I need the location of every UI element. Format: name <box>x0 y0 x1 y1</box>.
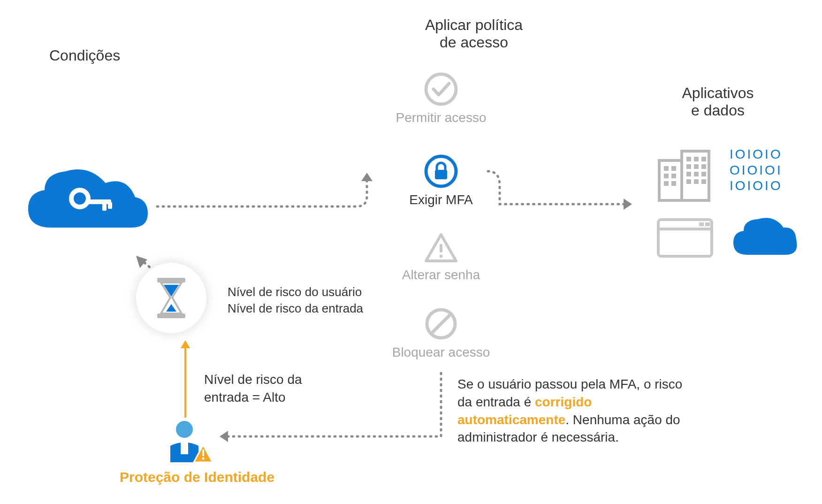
identity-protection-label: Proteção de Identidade <box>120 469 274 485</box>
svg-rect-21 <box>701 157 706 161</box>
svg-rect-14 <box>671 166 676 171</box>
block-access-label: Bloquear acesso <box>385 345 497 360</box>
cloud-key-icon <box>19 162 150 246</box>
svg-rect-27 <box>701 172 706 176</box>
apps-heading-line2: e dados <box>691 102 745 119</box>
svg-rect-22 <box>686 164 691 169</box>
warning-triangle-icon <box>422 230 460 267</box>
svg-rect-11 <box>659 160 682 200</box>
svg-rect-18 <box>671 181 676 186</box>
binary-line1: IOIOIO <box>730 147 783 161</box>
arrow-mfa-to-apps <box>486 160 645 216</box>
svg-rect-15 <box>664 174 669 178</box>
container-icon <box>655 216 715 263</box>
allow-access-label: Permitir acesso <box>389 110 493 125</box>
svg-point-38 <box>176 421 193 438</box>
svg-rect-34 <box>705 222 710 226</box>
svg-rect-20 <box>694 157 699 161</box>
require-mfa-label: Exigir MFA <box>389 192 493 207</box>
user-risk-label: Nível de risco do usuário <box>228 285 362 299</box>
arrow-idp-up <box>178 338 192 422</box>
block-circle-icon <box>422 305 460 343</box>
svg-point-8 <box>440 255 443 258</box>
svg-rect-40 <box>202 450 204 456</box>
buildings-icon <box>655 145 715 206</box>
apps-heading: Aplicativos e dados <box>652 84 784 119</box>
binary-line3: IOIOIO <box>730 178 783 193</box>
svg-rect-3 <box>108 202 112 209</box>
binary-line2: OIOIOI <box>730 163 783 177</box>
svg-rect-19 <box>686 157 691 161</box>
svg-rect-1 <box>85 199 111 204</box>
svg-rect-6 <box>435 170 447 179</box>
lock-circle-icon <box>422 153 460 190</box>
policy-heading: Aplicar política de acesso <box>389 16 558 51</box>
svg-rect-23 <box>694 164 699 169</box>
arrow-cloud-to-policy <box>155 160 385 216</box>
svg-rect-33 <box>699 222 704 226</box>
svg-point-41 <box>202 458 205 460</box>
change-password-label: Alterar senha <box>389 267 493 283</box>
svg-rect-39 <box>181 442 188 454</box>
svg-rect-26 <box>694 172 699 176</box>
svg-rect-13 <box>664 166 669 171</box>
policy-heading-line1: Aplicar política <box>425 16 523 33</box>
remediation-explanation: Se o usuário passou pela MFA, o risco da… <box>457 375 692 446</box>
policy-heading-line2: de acesso <box>440 34 508 51</box>
svg-rect-29 <box>694 179 699 184</box>
svg-point-4 <box>426 74 456 104</box>
cloud-small-icon <box>730 214 800 265</box>
svg-rect-17 <box>664 181 669 186</box>
svg-rect-2 <box>102 202 107 211</box>
risk-levels-label: Nível de risco do usuário Nível de risco… <box>228 284 363 317</box>
signin-risk-label: Nível de risco da entrada <box>228 301 363 315</box>
svg-rect-16 <box>671 174 676 178</box>
arrow-policy-to-user <box>211 371 450 451</box>
svg-rect-30 <box>701 179 706 184</box>
conditions-heading: Condições <box>49 47 120 64</box>
check-circle-icon <box>422 70 460 108</box>
binary-data-icon: IOIOIO OIOIOI IOIOIO <box>730 146 783 194</box>
svg-rect-24 <box>701 164 706 169</box>
svg-rect-25 <box>686 172 691 176</box>
apps-heading-line1: Aplicativos <box>682 84 754 101</box>
svg-line-10 <box>432 314 450 333</box>
svg-rect-28 <box>686 179 691 184</box>
svg-rect-7 <box>440 244 442 252</box>
hourglass-icon <box>155 277 188 319</box>
user-warning-icon <box>162 418 213 469</box>
